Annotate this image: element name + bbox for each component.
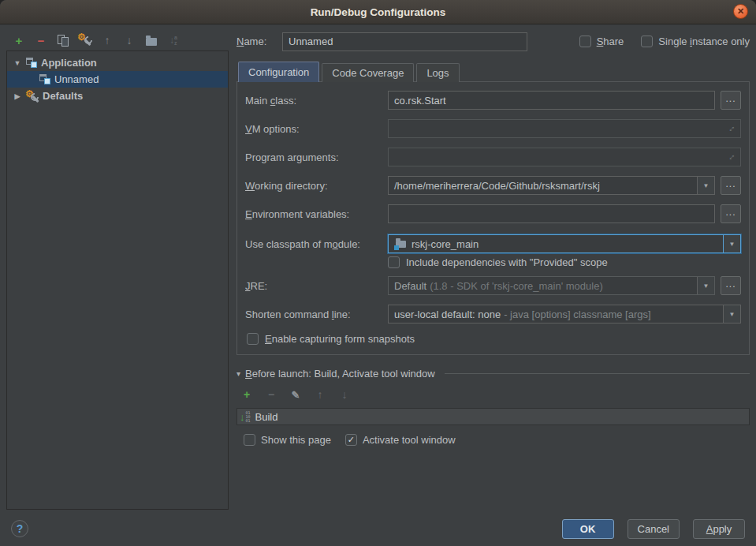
jre-browse-button[interactable]: ... [721, 276, 741, 295]
working-directory-browse-button[interactable]: ... [721, 176, 741, 195]
close-button[interactable]: ✕ [733, 4, 748, 19]
edit-task-icon[interactable]: ✎ [289, 387, 303, 402]
dropdown-arrow-icon[interactable]: ▼ [723, 235, 740, 252]
main-class-browse-button[interactable]: ... [721, 91, 741, 110]
use-classpath-label: Use classpath of module: [245, 238, 388, 250]
dialog-body: + − ⚙ ↑ ↓ ↓ az [0, 24, 756, 511]
apply-button[interactable]: Apply [693, 519, 745, 539]
ok-button[interactable]: OK [562, 519, 614, 539]
cancel-button[interactable]: Cancel [628, 519, 680, 539]
include-provided-row: ✓ Include dependencies with "Provided" s… [388, 256, 741, 268]
use-classpath-combobox[interactable]: rskj-core_main ▼ [388, 234, 741, 253]
dialog-title: Run/Debug Configurations [311, 6, 446, 18]
name-input[interactable] [282, 32, 527, 51]
jre-combobox[interactable]: Default (1.8 - SDK of 'rskj-core_main' m… [388, 276, 715, 295]
before-launch-section: ▾ Before launch: Build, Activate tool wi… [236, 368, 750, 446]
enable-snapshots-checkbox[interactable]: ✓ [247, 333, 259, 345]
before-launch-task-build[interactable]: ↓ 011001 Build [236, 408, 750, 425]
before-launch-checkboxes: ✓ Show this page ✓ Activate tool window [236, 434, 750, 446]
move-task-down-icon[interactable]: ↓ [337, 387, 352, 402]
wrench-gear-icon: ⚙ [78, 33, 92, 47]
configurations-sidebar: + − ⚙ ↑ ↓ ↓ az [6, 30, 229, 510]
before-launch-header: ▾ Before launch: Build, Activate tool wi… [236, 368, 750, 380]
name-label: Name: [236, 36, 282, 47]
program-arguments-label: Program arguments: [245, 151, 388, 163]
jre-row: JRE: Default (1.8 - SDK of 'rskj-core_ma… [245, 276, 741, 295]
tree-item-unnamed[interactable]: Unnamed [7, 71, 228, 88]
dropdown-arrow-icon[interactable]: ▼ [697, 177, 714, 194]
tree-item-application[interactable]: ▼ Application [7, 54, 228, 71]
working-directory-combobox[interactable]: /home/meriherrera/Code/Github/rsksmart/r… [388, 176, 715, 195]
enable-snapshots-row: ✓ Enable capturing form snapshots [247, 333, 741, 345]
tab-code-coverage[interactable]: Code Coverage [322, 63, 414, 82]
show-this-page-label[interactable]: Show this page [261, 434, 331, 446]
include-provided-label[interactable]: Include dependencies with "Provided" sco… [406, 256, 608, 268]
sort-configurations-icon[interactable]: ↓ az [166, 33, 181, 47]
module-icon [394, 239, 407, 249]
move-down-icon[interactable]: ↓ [122, 33, 136, 47]
main-class-input[interactable] [388, 91, 715, 110]
activate-tool-window-label[interactable]: Activate tool window [363, 434, 456, 446]
titlebar: Run/Debug Configurations ✕ [0, 0, 756, 24]
main-class-label: Main class: [245, 95, 388, 107]
add-configuration-icon[interactable]: + [12, 33, 26, 47]
program-arguments-input[interactable] [388, 148, 741, 166]
single-instance-checkbox[interactable]: ✓ [641, 36, 653, 47]
shorten-command-line-detail: - java [options] classname [args] [504, 309, 650, 320]
edit-defaults-icon[interactable]: ⚙ [78, 33, 92, 47]
tab-logs[interactable]: Logs [416, 63, 459, 82]
task-label: Build [255, 411, 278, 423]
environment-variables-row: Environment variables: ... [245, 204, 741, 223]
vm-options-input[interactable] [388, 119, 741, 138]
run-debug-configurations-dialog: Run/Debug Configurations ✕ + − ⚙ ↑ ↓ [0, 0, 756, 546]
header-checkboxes: ✓ Share ✓ Single instance only [579, 36, 750, 47]
environment-variables-browse-button[interactable]: ... [721, 204, 741, 223]
close-icon: ✕ [737, 7, 744, 16]
enable-snapshots-label[interactable]: Enable capturing form snapshots [265, 333, 415, 345]
environment-variables-label: Environment variables: [245, 208, 388, 220]
remove-task-icon[interactable]: − [264, 387, 278, 402]
activate-tool-window-checkbox[interactable]: ✓ [345, 434, 357, 446]
tree-item-defaults[interactable]: ▶ ⚙ Defaults [7, 88, 228, 104]
shorten-command-line-combobox[interactable]: user-local default: none - java [options… [388, 305, 741, 323]
working-directory-row: Working directory: /home/meriherrera/Cod… [245, 176, 741, 195]
move-up-icon[interactable]: ↑ [100, 33, 114, 47]
configurations-tree: ▼ Application Unnamed ▶ ⚙ Defaults [6, 50, 229, 510]
show-this-page-checkbox[interactable]: ✓ [244, 434, 255, 446]
application-icon [26, 58, 37, 68]
jre-label: JRE: [245, 280, 388, 292]
move-task-up-icon[interactable]: ↑ [313, 387, 327, 402]
configurations-toolbar: + − ⚙ ↑ ↓ ↓ az [6, 30, 229, 50]
tab-configuration[interactable]: Configuration [238, 62, 319, 82]
dialog-footer: ? OK Cancel Apply [0, 511, 756, 546]
share-label[interactable]: Share [597, 36, 624, 47]
tree-item-label: Defaults [43, 90, 83, 102]
environment-variables-input[interactable] [388, 204, 715, 223]
remove-configuration-icon[interactable]: − [34, 33, 48, 47]
expand-icon[interactable]: ▼ [13, 59, 22, 67]
configuration-editor: Name: ✓ Share ✓ Single instance only Con… [236, 32, 750, 510]
footer-buttons: OK Cancel Apply [562, 519, 745, 539]
use-classpath-value: rskj-core_main [412, 238, 479, 250]
collapse-section-icon[interactable]: ▾ [236, 369, 240, 378]
add-task-icon[interactable]: + [240, 387, 254, 402]
include-provided-checkbox[interactable]: ✓ [388, 256, 400, 268]
single-instance-label[interactable]: Single instance only [658, 36, 750, 47]
vm-options-label: VM options: [245, 123, 388, 135]
separator-line [445, 373, 750, 374]
program-arguments-row: Program arguments: ↔ [245, 148, 741, 166]
activate-tool-window-group[interactable]: ✓ Activate tool window [345, 434, 456, 446]
share-checkbox-group[interactable]: ✓ Share [579, 36, 624, 47]
new-folder-icon[interactable] [144, 33, 158, 47]
copy-configuration-icon[interactable] [56, 33, 70, 47]
help-button[interactable]: ? [11, 520, 28, 537]
before-launch-toolbar: + − ✎ ↑ ↓ [236, 387, 750, 402]
single-instance-checkbox-group[interactable]: ✓ Single instance only [641, 36, 750, 47]
dropdown-arrow-icon[interactable]: ▼ [697, 277, 714, 294]
collapse-icon[interactable]: ▶ [13, 92, 22, 100]
share-checkbox[interactable]: ✓ [579, 36, 591, 47]
sort-az-icon: ↓ az [169, 35, 177, 46]
shorten-command-line-row: Shorten command line: user-local default… [245, 305, 741, 323]
dropdown-arrow-icon[interactable]: ▼ [723, 305, 740, 323]
show-this-page-group[interactable]: ✓ Show this page [244, 434, 331, 446]
